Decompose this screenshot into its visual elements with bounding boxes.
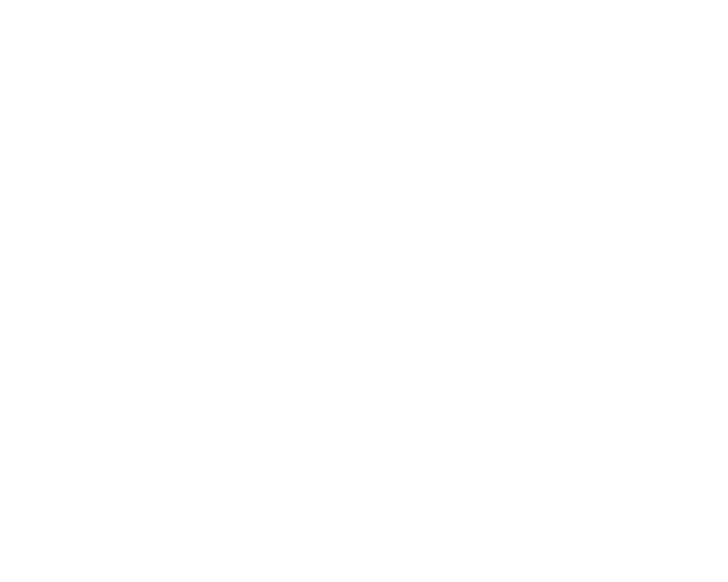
flowchart-canvas [0, 0, 728, 582]
